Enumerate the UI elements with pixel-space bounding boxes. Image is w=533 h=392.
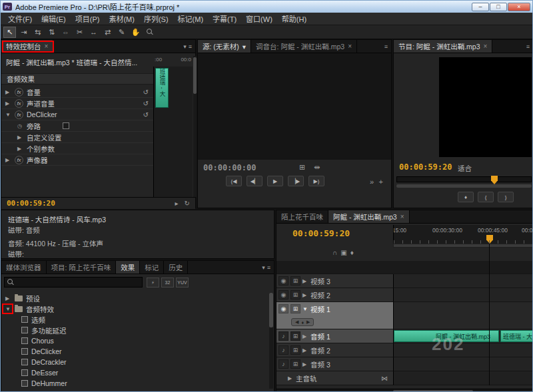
- rate-stretch-tool[interactable]: ⇔: [59, 27, 72, 38]
- sync-lock-icon[interactable]: ⊞: [290, 331, 300, 341]
- loop-icon[interactable]: ↻: [185, 200, 190, 207]
- clip-bandari[interactable]: 班德瑞 - 大: [500, 330, 533, 342]
- sync-lock-icon[interactable]: ⊞: [290, 290, 300, 299]
- track-select-tool[interactable]: ⇥: [17, 27, 30, 38]
- effects-scrollbar[interactable]: [269, 293, 273, 389]
- tab-audio-mixer[interactable]: 调音台: 阿鲲 - 渊虹出鞘.mp3 ×: [251, 40, 357, 53]
- hand-tool[interactable]: ✋: [129, 27, 142, 38]
- effect-row-volume[interactable]: ▶ fx 音量 ↺: [1, 87, 153, 98]
- output-icon[interactable]: ⇹: [314, 163, 320, 172]
- tree-item-eq[interactable]: 选频: [1, 314, 266, 325]
- slide-tool[interactable]: ⇄: [101, 27, 114, 38]
- menu-window[interactable]: 窗口(W): [241, 12, 277, 25]
- chevron-right-icon[interactable]: ▶: [302, 292, 308, 298]
- overflow-icon[interactable]: »: [370, 178, 374, 186]
- track-header-video1[interactable]: ◉ ⊞ ▼ 视频 1 ◀ ♦ ▶: [276, 302, 393, 329]
- eye-icon[interactable]: ◉: [278, 290, 288, 299]
- pen-tool[interactable]: ✎: [115, 27, 128, 38]
- mini-clip[interactable]: 班德瑞 - 大: [155, 68, 169, 108]
- menu-project[interactable]: 项目(P): [71, 12, 105, 25]
- master-meter-icon[interactable]: ⋈: [381, 375, 388, 382]
- reset-icon[interactable]: ↺: [143, 100, 149, 107]
- yuv-effects-icon[interactable]: YUV: [176, 278, 189, 288]
- accelerated-effects-icon[interactable]: ⚡: [147, 278, 159, 288]
- track-lane-video3[interactable]: [393, 274, 533, 288]
- tree-item-audio-effects[interactable]: ▼ 音频特效: [1, 303, 266, 314]
- tree-item-dehummer[interactable]: DeHummer: [1, 378, 266, 389]
- sync-lock-icon[interactable]: ⊞: [290, 276, 300, 286]
- search-input[interactable]: [17, 278, 142, 286]
- playhead-marker[interactable]: [486, 235, 493, 244]
- extract-button[interactable]: }: [498, 192, 514, 202]
- chevron-down-icon[interactable]: ▼: [302, 306, 308, 312]
- marker-icon[interactable]: ♦: [350, 249, 354, 256]
- maximize-button[interactable]: □: [490, 3, 507, 11]
- clip-breadcrumb[interactable]: 阿鲲 - 渊虹出鞘.mp3 * 班德瑞 - 大自然情...: [6, 57, 150, 67]
- chapter-marker-icon[interactable]: ▣: [340, 249, 346, 256]
- tab-markers[interactable]: 标记: [140, 261, 164, 274]
- tab-effect-controls[interactable]: 特效控制台 ×: [1, 40, 53, 53]
- tab-effects[interactable]: 效果: [116, 261, 140, 274]
- effect-row-declicker[interactable]: ▼ fx DeClicker ↺: [1, 109, 153, 120]
- chevron-right-icon[interactable]: ▶: [5, 89, 11, 95]
- sync-lock-icon[interactable]: ⊞: [290, 304, 300, 313]
- timeline-horizontal-scrollbar[interactable]: [276, 389, 533, 392]
- add-button-icon[interactable]: +: [379, 178, 383, 186]
- track-lane-master[interactable]: [393, 371, 533, 385]
- chevron-right-icon[interactable]: ▶: [5, 295, 11, 301]
- scrollbar-thumb[interactable]: [269, 293, 273, 327]
- play-icon[interactable]: ▸: [175, 200, 179, 207]
- chevron-right-icon[interactable]: ▶: [17, 146, 23, 152]
- add-marker-button[interactable]: ♦: [458, 192, 474, 202]
- effect-row-custom-setup[interactable]: ▶ 自定义设置: [1, 132, 153, 143]
- eye-icon[interactable]: ◉: [278, 276, 288, 286]
- tab-program[interactable]: 节目: 阿鲲 - 渊虹出鞘.mp3 ×: [394, 40, 492, 53]
- effect-controls-mini-timeline[interactable]: 班德瑞 - 大: [153, 67, 193, 197]
- menu-edit[interactable]: 编辑(E): [37, 12, 71, 25]
- tree-item-multitap-delay[interactable]: 多功能延迟: [1, 325, 266, 335]
- keyframe-next-icon[interactable]: ▶: [306, 319, 310, 325]
- tab-sequence-moshang[interactable]: 陌上花千百味: [276, 210, 328, 223]
- tree-item-chorus[interactable]: Chorus: [1, 335, 266, 346]
- ripple-edit-tool[interactable]: ⇆: [31, 27, 44, 38]
- chevron-right-icon[interactable]: ▶: [302, 361, 308, 367]
- snap-icon[interactable]: ∩: [332, 249, 337, 256]
- speaker-icon[interactable]: ♪: [278, 359, 288, 369]
- menu-help[interactable]: 帮助(H): [277, 12, 311, 25]
- scrollbar-thumb[interactable]: [193, 57, 197, 94]
- menu-sequence[interactable]: 序列(S): [139, 12, 173, 25]
- chevron-right-icon[interactable]: ▶: [5, 157, 11, 163]
- close-icon[interactable]: ×: [484, 43, 488, 50]
- timeline-ruler[interactable]: 00:15:00 00:00:30:00 00:00:45:00 00:01:0: [393, 225, 533, 244]
- track-header-video3[interactable]: ◉ ⊞ ▶ 视频 3: [276, 274, 393, 288]
- track-header-audio3[interactable]: ♪ ⊞ ▶ 音频 3: [276, 357, 393, 371]
- track-lane-video1[interactable]: [393, 302, 533, 329]
- step-forward-button[interactable]: ▕▶: [288, 176, 304, 186]
- program-scrubber[interactable]: [396, 176, 532, 182]
- chevron-right-icon[interactable]: ▶: [5, 100, 11, 106]
- zoom-tool[interactable]: [143, 27, 156, 38]
- bypass-checkbox[interactable]: [63, 122, 69, 129]
- lift-button[interactable]: {: [478, 192, 494, 202]
- playhead-marker[interactable]: [491, 176, 498, 184]
- track-header-master[interactable]: ▶ 主音轨 ⋈: [276, 371, 393, 385]
- reset-icon[interactable]: ↺: [143, 89, 149, 96]
- effect-row-panner[interactable]: ▶ fx 声像器: [1, 154, 153, 166]
- close-icon[interactable]: ×: [45, 43, 49, 50]
- menu-title[interactable]: 字幕(T): [208, 12, 241, 25]
- chevron-right-icon[interactable]: ▶: [302, 278, 308, 284]
- tab-history[interactable]: 历史: [164, 261, 188, 274]
- work-area-bar[interactable]: [393, 244, 533, 248]
- rolling-edit-tool[interactable]: ⇅: [45, 27, 58, 38]
- close-icon[interactable]: ×: [348, 43, 352, 50]
- selection-tool[interactable]: ↖: [3, 27, 16, 38]
- program-zoom-scrollbar[interactable]: [396, 184, 532, 188]
- track-header-audio1[interactable]: ♪ ⊞ ▶ 音频 1: [276, 329, 393, 343]
- eye-icon[interactable]: ◉: [278, 304, 288, 313]
- effect-row-bypass[interactable]: ◷ 旁路: [1, 120, 153, 132]
- tab-media-browser[interactable]: 媒体浏览器: [1, 261, 47, 274]
- tab-project[interactable]: 项目: 陌上花千百味: [47, 261, 117, 274]
- reset-icon[interactable]: ↺: [143, 111, 149, 118]
- slip-tool[interactable]: ↔: [87, 27, 100, 38]
- safe-margins-icon[interactable]: ⊞: [299, 163, 305, 172]
